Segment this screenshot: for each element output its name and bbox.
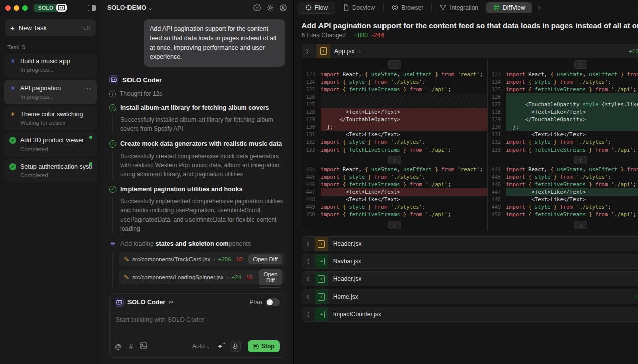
agent-step: ✓Create mock data generators with realis… [109, 140, 285, 179]
close-window-button[interactable] [5, 5, 11, 11]
task-section-header: Task 5 [0, 38, 101, 53]
enhance-prompt-icon[interactable]: ✦+ [217, 343, 223, 350]
app-window: SOLO + New Task ⌥N Task 5 ✳Build a music… [0, 0, 638, 364]
microphone-button[interactable] [230, 341, 241, 352]
hashtag-icon[interactable]: # [129, 343, 133, 350]
file-type-chip: ± [317, 44, 330, 58]
agent-step: ✓Implement pagination utilities and hook… [109, 186, 285, 233]
file-type-chip: + [315, 271, 328, 286]
agent-name: SOLO Coder [122, 76, 162, 84]
expand-down-button[interactable]: ↓ [388, 221, 401, 229]
expand-file-icon[interactable]: ∧∨ [302, 276, 315, 281]
file-path: src/components/TrackCard.jsx [132, 256, 210, 262]
mention-icon[interactable]: @ [115, 343, 122, 350]
open-diff-button[interactable]: Open Diff [248, 254, 282, 264]
additions-count: +24 [231, 274, 241, 280]
diff-file-header[interactable]: ∨∧ ± App.jsx ↕ +124 -416 [302, 44, 638, 58]
maximize-window-button[interactable] [22, 5, 28, 11]
plan-toggle[interactable] [266, 298, 280, 306]
expand-file-icon[interactable]: ∧∨ [302, 294, 315, 299]
task-list-item[interactable]: ✳API pagination···In progress... [4, 80, 97, 104]
new-task-button[interactable]: + New Task ⌥N [5, 19, 96, 36]
minimize-window-button[interactable] [14, 5, 19, 11]
expand-file-icon[interactable]: ∧∨ [302, 241, 315, 246]
file-name: Home.jsx [333, 293, 358, 300]
diff-scroll-area[interactable]: ∨∧ ± App.jsx ↕ +124 -416 ↑123 [294, 44, 638, 231]
add-tab-button[interactable]: + [533, 4, 545, 12]
context-line: 125import { fetchLiveStreams } from './a… [302, 86, 487, 93]
view-tabbar: FlowDocviewBrowserIntegrationDiffView+ [294, 0, 638, 15]
collapsed-file-row[interactable]: ∧∨+Navbar.jsx+36-0 [302, 254, 638, 269]
spinner-icon: ✳ [9, 58, 16, 65]
plan-label: Plan [250, 299, 262, 306]
unread-dot [89, 162, 92, 165]
solo-badge-label: SOLO [34, 4, 57, 12]
settings-gear-icon[interactable] [266, 4, 274, 12]
task-menu-icon[interactable]: ··· [84, 84, 92, 92]
project-name: SOLO-DEMO [107, 4, 146, 11]
tab-flow[interactable]: Flow [298, 2, 335, 14]
spinner-icon: ✳ [9, 85, 16, 92]
account-icon[interactable] [279, 4, 287, 12]
edit-icon: ✎ [124, 274, 129, 281]
expand-up-button[interactable]: ↑ [388, 60, 401, 69]
thought-icon: | [109, 91, 116, 97]
edit-icon: ✎ [124, 256, 129, 263]
tab-diffview[interactable]: DiffView [486, 2, 532, 13]
task-list-item[interactable]: ✳Build a music appIn progress... [4, 53, 97, 78]
thought-row[interactable]: | Thought for 12s [109, 90, 285, 97]
expand-between-button[interactable]: ↕ [574, 156, 587, 164]
context-line: 444import React, { useState, useEffect }… [488, 166, 638, 173]
task-title: Add 3D product viewer [20, 137, 84, 144]
collapsed-file-row[interactable]: ∧∨+Header.jsx+72-0 [302, 271, 638, 286]
solo-mode-toggle[interactable]: SOLO [34, 4, 67, 12]
image-attach-icon[interactable] [140, 342, 147, 350]
context-line: 445import { style } from './styles'; [488, 173, 638, 181]
task-list-item[interactable]: ☀Theme color switchingWaiting for action [4, 106, 97, 130]
changed-file-row[interactable]: ✎src/components/TrackCard.jsx›+256-10Ope… [119, 252, 285, 266]
integration-icon [440, 4, 446, 11]
expand-between-button[interactable]: ↕ [388, 156, 401, 164]
task-list-item[interactable]: ✓Add 3D product viewerCompleted [4, 132, 97, 157]
tab-browser[interactable]: Browser [385, 2, 430, 13]
filler-line: 127 [302, 101, 487, 108]
tab-docview[interactable]: Docview [336, 2, 382, 13]
deleted-line: 130 }; [302, 123, 487, 131]
collapsed-file-row[interactable]: ∧∨+ImpactCounter.jsx+32-0 [302, 307, 638, 322]
context-line: 444import React, { useState, useEffect }… [302, 166, 487, 173]
chat-input-box: SOLO Coder ✂ Plan Start building with SO… [109, 293, 285, 358]
total-deletions: -244 [372, 32, 384, 39]
expand-file-icon[interactable]: ∧∨ [302, 259, 315, 264]
open-diff-button[interactable]: Open Diff [259, 269, 282, 285]
thought-label: Thought for 12s [120, 90, 162, 97]
mode-select[interactable]: Auto ⌄ [192, 343, 210, 350]
collapsed-file-row[interactable]: ∧∨+Home.jsx+164-0 [302, 289, 638, 304]
user-message-bubble: Add API pagination support for the conte… [144, 19, 285, 67]
toggle-sidebar-icon[interactable] [88, 5, 96, 11]
project-switcher[interactable]: SOLO-DEMO ⌄ [107, 4, 152, 11]
task-list-item[interactable]: ✓Setup authentication syste...Completed [4, 159, 97, 183]
added-line: 126 [488, 93, 638, 101]
message-input[interactable]: Start building with SOLO Coder [110, 311, 285, 337]
collapse-file-icon[interactable]: ∨∧ [302, 49, 313, 54]
changed-file-row[interactable]: ✎src/components/LoadingSpinner.jsx›+24-1… [119, 270, 285, 284]
task-section-count: 5 [22, 44, 25, 50]
step-check-icon: ✓ [109, 104, 116, 111]
open-diff-button[interactable]: Open Diff [257, 287, 282, 288]
expand-down-button[interactable]: ↓ [574, 221, 587, 229]
expand-file-icon[interactable]: ∧∨ [302, 312, 315, 317]
new-chat-icon[interactable] [253, 4, 261, 12]
deletions-count: -10 [244, 274, 253, 280]
collapsed-file-row[interactable]: ∧∨±Header.jsx+12-0 [302, 236, 638, 251]
context-line: 124import { style } from './styles'; [488, 78, 638, 86]
expand-collapse-icon[interactable]: ↕ [359, 48, 361, 54]
task-status: Waiting for action [20, 120, 92, 126]
stop-button[interactable]: Stop [248, 340, 280, 352]
expand-up-button[interactable]: ↑ [574, 60, 587, 69]
context-line: 448 <Text>Like</Text> [302, 196, 487, 203]
tab-integration[interactable]: Integration [433, 2, 485, 13]
tab-label: Flow [315, 4, 328, 11]
file-type-chip: ± [315, 236, 328, 251]
chat-scroll-area[interactable]: Add API pagination support for the conte… [101, 15, 293, 288]
tools-icon[interactable]: ✂ [169, 299, 174, 306]
